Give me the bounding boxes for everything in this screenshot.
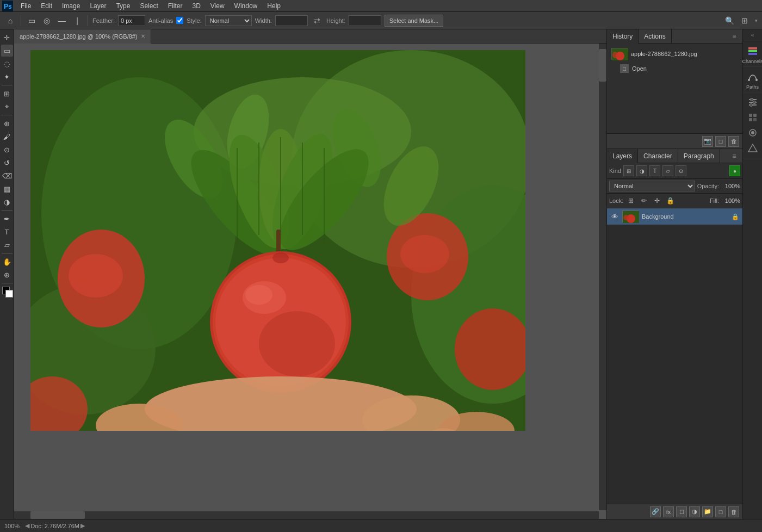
document-tab[interactable]: apple-2788662_1280.jpg @ 100% (RGB/8#) ✕	[14, 29, 151, 44]
menu-window[interactable]: Window	[230, 1, 262, 11]
lock-pixels-btn[interactable]: ⊞	[625, 195, 636, 206]
tab-layers[interactable]: Layers	[607, 149, 638, 163]
menu-3d[interactable]: 3D	[188, 1, 205, 11]
hand-tool[interactable]: ✋	[1, 256, 13, 268]
width-input[interactable]	[275, 15, 308, 26]
filter-adjust-btn[interactable]: ◑	[636, 165, 647, 176]
new-fill-adjustment-btn[interactable]: ◑	[689, 506, 700, 517]
style-icon-btn[interactable]	[745, 110, 760, 125]
history-panel-menu-btn[interactable]: ≡	[728, 30, 740, 42]
new-group-btn[interactable]: 📁	[702, 506, 713, 517]
height-input[interactable]	[349, 15, 381, 26]
layers-bottom-bar: 🔗 fx ◻ ◑ 📁 □ 🗑	[607, 504, 742, 519]
tab-character[interactable]: Character	[638, 149, 678, 163]
filter-text-btn[interactable]: T	[649, 165, 660, 176]
single-col-btn[interactable]: |	[71, 15, 83, 27]
menu-select[interactable]: Select	[135, 1, 162, 11]
lasso-tool[interactable]: ◌	[1, 58, 13, 70]
svg-point-60	[753, 101, 755, 104]
menu-file[interactable]: File	[16, 1, 35, 11]
vertical-scrollbar[interactable]	[599, 44, 606, 510]
panel-collapse-btn[interactable]: «	[743, 29, 762, 41]
create-new-snapshot-btn[interactable]: 📷	[702, 136, 713, 147]
heal-tool[interactable]: ⊕	[1, 117, 13, 129]
layer-style-btn[interactable]: fx	[663, 506, 674, 517]
brush-settings-icon-btn[interactable]	[745, 125, 760, 140]
antiAlias-label: Anti-alias	[148, 17, 173, 24]
tool-sep-2	[2, 115, 13, 115]
filter-toggle-btn[interactable]: ●	[729, 165, 740, 176]
menu-filter[interactable]: Filter	[164, 1, 187, 11]
tab-paragraph[interactable]: Paragraph	[678, 149, 720, 163]
history-brush-tool[interactable]: ↺	[1, 157, 13, 169]
channels-icon-btn[interactable]	[745, 44, 760, 59]
rect-marquee-btn[interactable]: ▭	[26, 15, 38, 27]
lock-paint-btn[interactable]: ✏	[639, 195, 649, 206]
gradient-tool[interactable]: ▦	[1, 183, 13, 195]
svg-rect-62	[749, 114, 752, 117]
history-file-item[interactable]: apple-2788662_1280.jpg	[609, 46, 740, 62]
layer-background[interactable]: 👁 Background 🔒	[607, 208, 742, 225]
swap-dimensions-btn[interactable]: ⇄	[311, 15, 323, 27]
antiAlias-checkbox[interactable]	[176, 17, 183, 24]
arrange-btn[interactable]: ⊞	[739, 15, 751, 27]
opacity-label: Opacity:	[697, 183, 719, 189]
status-next-btn[interactable]: ▶	[80, 522, 85, 529]
menu-image[interactable]: Image	[58, 1, 84, 11]
zoom-search-btn[interactable]: 🔍	[723, 15, 735, 27]
filter-pixel-btn[interactable]: ⊞	[623, 165, 634, 176]
rect-marquee-tool[interactable]: ▭	[1, 45, 13, 57]
create-new-document-btn[interactable]: □	[715, 136, 726, 147]
svg-point-61	[749, 104, 752, 107]
canvas-container[interactable]	[14, 44, 606, 519]
layers-panel-menu-btn[interactable]: ≡	[728, 150, 740, 162]
arrange-dropdown-arrow[interactable]: ▾	[755, 18, 758, 23]
zoom-tool[interactable]: ⊕	[1, 269, 13, 281]
link-layers-btn[interactable]: 🔗	[650, 506, 661, 517]
menu-help[interactable]: Help	[263, 1, 285, 11]
single-row-btn[interactable]: —	[56, 15, 68, 27]
pen-tool[interactable]: ✒	[1, 213, 13, 225]
crop-tool[interactable]: ⊞	[1, 88, 13, 100]
delete-layer-btn[interactable]: 🗑	[728, 506, 739, 517]
menu-type[interactable]: Type	[111, 1, 134, 11]
new-layer-btn[interactable]: □	[715, 506, 726, 517]
ellipse-marquee-btn[interactable]: ◎	[41, 15, 53, 27]
delete-state-btn[interactable]: 🗑	[728, 136, 739, 147]
tab-history[interactable]: History	[607, 29, 639, 44]
text-tool[interactable]: T	[1, 226, 13, 238]
dodge-tool[interactable]: ◑	[1, 196, 13, 208]
style-dropdown[interactable]: Normal Fixed Ratio Fixed Size	[205, 15, 252, 26]
tab-actions[interactable]: Actions	[639, 29, 671, 44]
clone-tool[interactable]: ⊙	[1, 144, 13, 156]
horizontal-scrollbar[interactable]	[14, 511, 599, 519]
menu-view[interactable]: View	[206, 1, 229, 11]
history-panel: History Actions ≡ apple-2788662_	[607, 29, 742, 149]
foreground-background-color[interactable]	[1, 286, 13, 298]
channels-group: Channels	[743, 41, 762, 67]
paths-icon-btn[interactable]	[745, 69, 760, 84]
eraser-tool[interactable]: ⌫	[1, 170, 13, 182]
history-open-item[interactable]: □ Open	[609, 62, 740, 75]
add-mask-btn[interactable]: ◻	[676, 506, 687, 517]
menu-layer[interactable]: Layer	[85, 1, 110, 11]
eyedropper-tool[interactable]: ⌖	[1, 101, 13, 113]
tab-close-btn[interactable]: ✕	[141, 33, 145, 39]
move-tool[interactable]: ✛	[1, 32, 13, 44]
feather-input[interactable]	[118, 15, 145, 26]
lock-move-btn[interactable]: ✛	[652, 195, 662, 206]
menu-edit[interactable]: Edit	[36, 1, 57, 11]
magic-wand-tool[interactable]: ✦	[1, 71, 13, 83]
select-mask-btn[interactable]: Select and Mask...	[385, 15, 444, 27]
shape-tool[interactable]: ▱	[1, 239, 13, 251]
home-button[interactable]: ⌂	[4, 15, 16, 27]
brush-tool[interactable]: 🖌	[1, 131, 13, 143]
filter-smart-btn[interactable]: ⊙	[676, 165, 686, 176]
layer-visibility-toggle[interactable]: 👁	[610, 212, 619, 221]
blend-mode-dropdown[interactable]: Normal Multiply Screen	[609, 181, 695, 191]
color-icon-btn[interactable]	[745, 140, 760, 156]
adjustments-icon-btn[interactable]	[745, 95, 760, 110]
filter-shape-btn[interactable]: ▱	[662, 165, 673, 176]
lock-all-btn[interactable]: 🔒	[665, 195, 676, 206]
status-prev-btn[interactable]: ◀	[25, 522, 29, 529]
